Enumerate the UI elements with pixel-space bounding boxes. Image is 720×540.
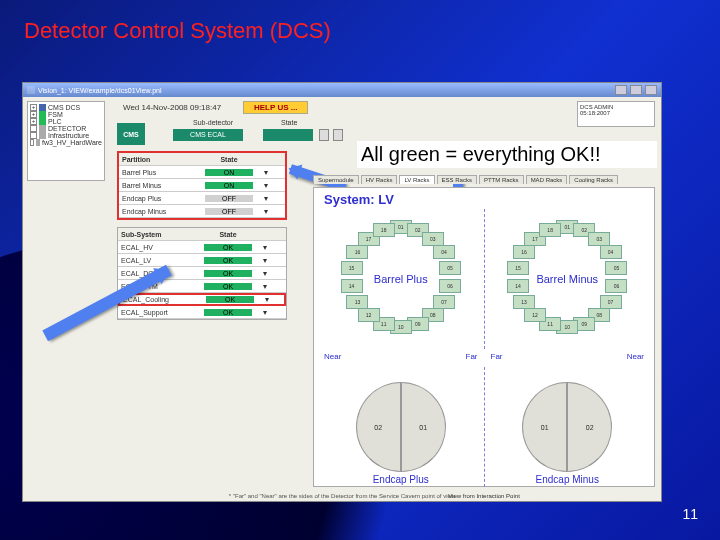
far-label: Far xyxy=(466,352,478,361)
barrel-minus-label: Barrel Minus xyxy=(536,273,598,285)
tree-item[interactable]: +CMS DCS xyxy=(30,104,102,111)
tab[interactable]: LV Racks xyxy=(399,175,434,184)
ring-slice[interactable]: 12 xyxy=(524,308,546,322)
tree-item[interactable]: +FSM xyxy=(30,111,102,118)
subsystem-table: Sub-SystemStateECAL_HVOK▾ECAL_LVOK▾ECAL_… xyxy=(117,227,287,320)
page-number: 11 xyxy=(682,506,698,522)
tab[interactable]: PTTM Racks xyxy=(479,175,524,184)
subdetector-state[interactable] xyxy=(263,129,313,141)
ring-slice[interactable]: 07 xyxy=(433,295,455,309)
overlay-callout: All green = everything OK!! xyxy=(357,141,657,168)
tab[interactable]: Supermodule xyxy=(313,175,359,184)
partition-row[interactable]: Endcap PlusOFF▾ xyxy=(119,192,285,205)
tab[interactable]: Cooling Racks xyxy=(569,175,618,184)
nav-tree[interactable]: +CMS DCS+FSM+PLC DETECTOR Infrastructure… xyxy=(27,101,105,181)
app-icon xyxy=(27,86,35,94)
subsystem-row[interactable]: ECAL_LVOK▾ xyxy=(118,254,286,267)
tree-item[interactable]: DETECTOR xyxy=(30,125,102,132)
ring-slice[interactable]: 13 xyxy=(346,295,368,309)
info-box: DCS ADMIN 05:18:2007 xyxy=(577,101,655,127)
ring-slice[interactable]: 16 xyxy=(346,245,368,259)
maximize-button[interactable] xyxy=(630,85,642,95)
datetime-label: Wed 14-Nov-2008 09:18:47 xyxy=(123,103,221,112)
tab-bar: SupermoduleHV RacksLV RacksESS RacksPTTM… xyxy=(313,175,618,184)
barrel-plus-label: Barrel Plus xyxy=(374,273,428,285)
ring-slice[interactable]: 03 xyxy=(588,232,610,246)
barrel-minus: 010203040506070809101112131415161718 Bar… xyxy=(484,209,651,349)
tab[interactable]: MAD Racks xyxy=(526,175,568,184)
subsystem-row[interactable]: ECAL_HVOK▾ xyxy=(118,241,286,254)
subsystem-row[interactable]: ECAL_SupportOK▾ xyxy=(118,306,286,319)
far-label: Far xyxy=(491,352,503,361)
state-header: State xyxy=(281,119,297,126)
ring-slice[interactable]: 06 xyxy=(605,279,627,293)
minimize-button[interactable] xyxy=(615,85,627,95)
subdetector-header: Sub-detector xyxy=(193,119,233,126)
window-titlebar: Vision_1: VIEW/example/dcs01View.pnl xyxy=(23,83,661,97)
endcap-half[interactable]: 01 xyxy=(401,382,446,472)
ring-slice[interactable]: 04 xyxy=(600,245,622,259)
endcap-minus: 01 02 Endcap Minus xyxy=(484,367,651,487)
tab[interactable]: HV Racks xyxy=(361,175,398,184)
ring-slice[interactable]: 05 xyxy=(439,261,461,275)
state-action-1[interactable] xyxy=(319,129,329,141)
partition-row[interactable]: Barrel MinusON▾ xyxy=(119,179,285,192)
ring-slice[interactable]: 15 xyxy=(341,261,363,275)
system-panel: System: LV 01020304050607080910111213141… xyxy=(313,187,655,487)
close-button[interactable] xyxy=(645,85,657,95)
endcap-half[interactable]: 02 xyxy=(567,382,612,472)
endcap-half[interactable]: 01 xyxy=(522,382,567,472)
endcap-plus: 02 01 Endcap Plus xyxy=(318,367,484,487)
ring-slice[interactable]: 13 xyxy=(513,295,535,309)
partition-table: PartitionStateBarrel PlusON▾Barrel Minus… xyxy=(117,151,287,220)
tree-item[interactable]: fw3_HV_HardWare xyxy=(30,139,102,146)
ring-slice[interactable]: 15 xyxy=(507,261,529,275)
tree-item[interactable]: +PLC xyxy=(30,118,102,125)
ring-slice[interactable]: 18 xyxy=(373,223,395,237)
endcap-half[interactable]: 02 xyxy=(356,382,401,472)
subdetector-value[interactable]: CMS ECAL xyxy=(173,129,243,141)
ring-slice[interactable]: 07 xyxy=(600,295,622,309)
partition-row[interactable]: Barrel PlusON▾ xyxy=(119,166,285,179)
endcap-minus-label: Endcap Minus xyxy=(536,474,599,485)
footnote: * "Far" and "Near" are the sides of the … xyxy=(23,493,661,499)
tab[interactable]: ESS Racks xyxy=(437,175,477,184)
state-action-2[interactable] xyxy=(333,129,343,141)
cms-badge: CMS xyxy=(117,123,145,145)
partition-row[interactable]: Endcap MinusOFF▾ xyxy=(119,205,285,218)
ring-slice[interactable]: 16 xyxy=(513,245,535,259)
ring-slice[interactable]: 04 xyxy=(433,245,455,259)
info-time: 05:18:2007 xyxy=(580,110,652,116)
near-label: Near xyxy=(324,352,341,361)
help-button[interactable]: HELP US ... xyxy=(243,101,308,114)
subsystem-row[interactable]: ECAL_CoolingOK▾ xyxy=(118,293,286,306)
ring-slice[interactable]: 03 xyxy=(422,232,444,246)
ring-slice[interactable]: 14 xyxy=(507,279,529,293)
ring-slice[interactable]: 05 xyxy=(605,261,627,275)
barrel-plus: 010203040506070809101112131415161718 Bar… xyxy=(318,209,484,349)
ring-slice[interactable]: 18 xyxy=(539,223,561,237)
endcap-plus-label: Endcap Plus xyxy=(373,474,429,485)
dcs-window: Vision_1: VIEW/example/dcs01View.pnl +CM… xyxy=(22,82,662,502)
tree-item[interactable]: Infrastructure xyxy=(30,132,102,139)
slide-title: Detector Control System (DCS) xyxy=(24,18,331,44)
system-title: System: LV xyxy=(324,192,650,207)
ring-slice[interactable]: 12 xyxy=(358,308,380,322)
ring-slice[interactable]: 14 xyxy=(341,279,363,293)
window-title: Vision_1: VIEW/example/dcs01View.pnl xyxy=(38,87,161,94)
ring-slice[interactable]: 06 xyxy=(439,279,461,293)
near-label: Near xyxy=(627,352,644,361)
